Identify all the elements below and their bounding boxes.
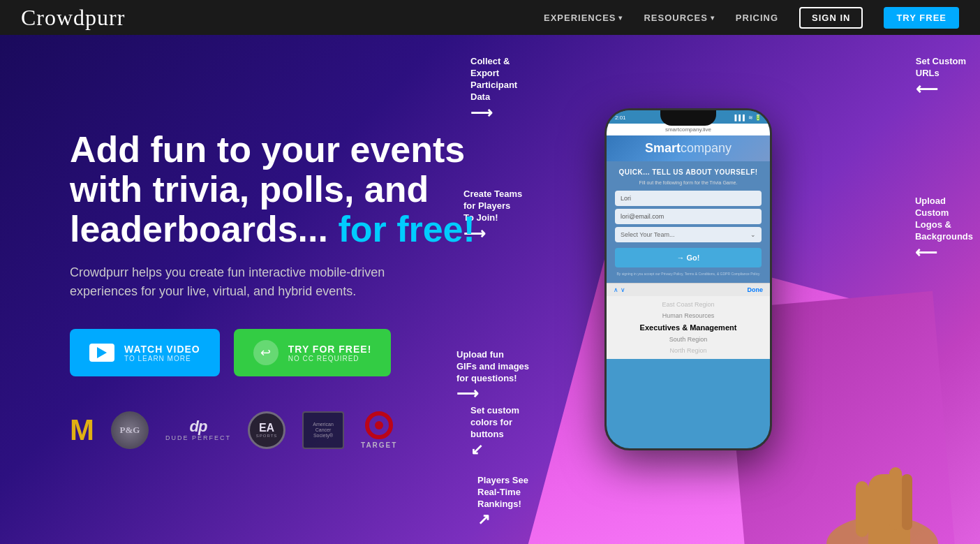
arrow-circle-icon: ↩ <box>253 340 279 365</box>
picker-option[interactable]: East Coast Region <box>607 299 770 310</box>
picker-option[interactable]: North Region <box>607 345 770 356</box>
phone-desc: Fill out the following form for the Triv… <box>615 180 762 185</box>
phone-brand-bar: Smartcompany <box>607 135 770 161</box>
hero-headline: Add fun to your events with trivia, poll… <box>70 130 489 250</box>
phone-brand-name: Smartcompany <box>645 141 732 156</box>
picker-option-selected[interactable]: Executives & Management <box>607 321 770 334</box>
arrow-url-icon: ⟵ <box>916 80 966 100</box>
ea-sports-logo: EA SPORTS <box>248 411 285 449</box>
brand-logos: M P&G dp DUDE PERFECT EA SPORTS American… <box>70 411 489 449</box>
phone-picker-toolbar: ∧ ∨ Done <box>607 284 770 296</box>
annotation-logos: UploadCustomLogos &Backgrounds ⟵ <box>915 196 973 263</box>
phone-team-select: Select Your Team... ⌄ <box>615 227 762 242</box>
phone-go-button[interactable]: → Go! <box>615 248 762 267</box>
phone-screen: 2:01 ▌▌▌ ≋ 🔋 smartcompany.live Smartcomp… <box>607 110 770 448</box>
nav-resources[interactable]: RESOURCES ▾ <box>644 13 714 23</box>
watch-button-text: WATCH VIDEO TO LEARN MORE <box>124 344 200 362</box>
hero-section: Add fun to your events with trivia, poll… <box>0 35 980 544</box>
phone-question: QUICK... TELL US ABOUT YOURSELF! <box>615 168 762 176</box>
arrow-collect-icon: ⟶ <box>470 103 517 124</box>
signin-button[interactable]: SIGN IN <box>799 7 863 29</box>
nav-pricing[interactable]: PRICING <box>736 13 778 23</box>
play-triangle-icon <box>97 347 107 358</box>
picker-option[interactable]: South Region <box>607 334 770 345</box>
target-logo: TARGET <box>361 411 397 449</box>
svg-rect-2 <box>889 467 902 530</box>
acs-logo: AmericanCancerSociety® <box>302 411 344 449</box>
hero-buttons: WATCH VIDEO TO LEARN MORE ↩ TRY FOR FREE… <box>70 329 489 376</box>
arrow-rankings-icon: ↗ <box>477 510 528 530</box>
annotation-custom-url: Set CustomURLs ⟵ <box>916 56 966 99</box>
mcdonalds-logo: M <box>70 416 94 445</box>
phone-form: QUICK... TELL US ABOUT YOURSELF! Fill ou… <box>607 161 770 283</box>
try-free-hero-button[interactable]: ↩ TRY FOR FREE! NO CC REQUIRED <box>234 329 392 376</box>
phone-name-input: Lori <box>615 191 762 206</box>
phone-mockup: 2:01 ▌▌▌ ≋ 🔋 smartcompany.live Smartcomp… <box>604 108 772 450</box>
logo[interactable]: Crowdpurr <box>21 5 125 31</box>
hero-right: Collect &ExportParticipantData ⟶ Set Cus… <box>450 35 980 544</box>
try-button-text: TRY FOR FREE! NO CC REQUIRED <box>288 344 372 362</box>
nav-links: EXPERIENCES ▾ RESOURCES ▾ PRICING SIGN I… <box>544 7 959 29</box>
phone-picker: ∧ ∨ Done East Coast Region Human Resourc… <box>607 283 770 359</box>
picker-option[interactable]: Human Resources <box>607 310 770 321</box>
hand-holding-phone <box>799 418 938 544</box>
pg-logo: P&G <box>111 411 149 449</box>
headline-highlight: for free! <box>338 209 475 249</box>
youtube-icon <box>89 344 114 362</box>
svg-rect-4 <box>856 481 868 537</box>
phone-notch <box>660 110 716 126</box>
phone-email-input: lori@email.com <box>615 209 762 224</box>
picker-options: East Coast Region Human Resources Execut… <box>607 296 770 359</box>
arrow-logos-icon: ⟵ <box>915 243 973 263</box>
navigation: Crowdpurr EXPERIENCES ▾ RESOURCES ▾ PRIC… <box>0 0 980 35</box>
dude-perfect-logo: dp DUDE PERFECT <box>165 419 231 441</box>
phone-time: 2:01 <box>615 115 626 121</box>
annotation-rankings: Players SeeReal-TimeRankings! ↗ <box>477 475 528 530</box>
watch-video-button[interactable]: WATCH VIDEO TO LEARN MORE <box>70 329 220 376</box>
hero-subtext: Crowdpurr helps you create fun interacti… <box>70 263 405 301</box>
svg-rect-3 <box>902 474 912 530</box>
picker-nav[interactable]: ∧ ∨ <box>614 286 625 293</box>
chevron-down-icon: ▾ <box>618 14 623 22</box>
nav-experiences[interactable]: EXPERIENCES ▾ <box>544 13 623 23</box>
try-free-button[interactable]: TRY FREE <box>884 7 959 29</box>
annotation-collect: Collect &ExportParticipantData ⟶ <box>470 56 517 123</box>
picker-done-button[interactable]: Done <box>748 286 764 293</box>
chevron-down-icon: ▾ <box>711 14 715 22</box>
phone-frame: 2:01 ▌▌▌ ≋ 🔋 smartcompany.live Smartcomp… <box>604 108 772 450</box>
phone-url: smartcompany.live <box>665 126 711 133</box>
phone-fine-print: By signing in you accept our Privacy Pol… <box>615 272 762 276</box>
hero-content: Add fun to your events with trivia, poll… <box>0 130 489 450</box>
phone-signal: ▌▌▌ ≋ 🔋 <box>735 115 762 121</box>
